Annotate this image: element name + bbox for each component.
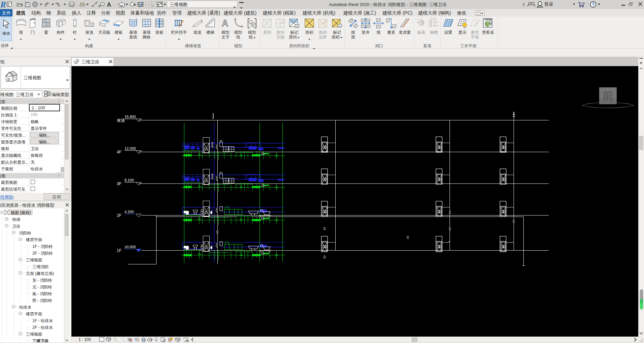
svg-text:12.000: 12.000 — [125, 146, 136, 150]
svg-text:A: A — [107, 1, 111, 8]
svg-text:1: 1 — [102, 3, 103, 6]
svg-text:4.200: 4.200 — [125, 210, 134, 214]
svg-text:A: A — [222, 18, 228, 28]
svg-text:4F: 4F — [117, 150, 122, 154]
svg-text:2F: 2F — [117, 213, 122, 218]
svg-text:?: ? — [592, 2, 595, 7]
svg-text:屋顶: 屋顶 — [117, 118, 125, 123]
svg-text:±0.000: ±0.000 — [125, 245, 136, 249]
svg-text:1F: 1F — [117, 248, 122, 253]
svg-text:前: 前 — [602, 89, 614, 102]
svg-text:15.800: 15.800 — [125, 115, 136, 119]
svg-text:登录: 登录 — [544, 2, 553, 7]
svg-text:8.100: 8.100 — [125, 178, 134, 182]
svg-text:3F: 3F — [117, 181, 122, 186]
svg-text:1: 1 — [296, 25, 298, 28]
svg-text:-1: -1 — [417, 18, 419, 21]
svg-text:1: 1 — [339, 24, 341, 27]
